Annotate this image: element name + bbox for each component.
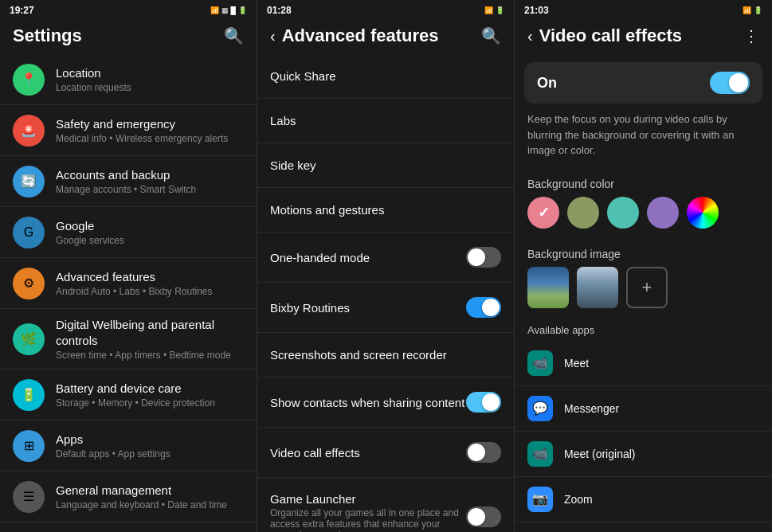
video-call-toggle[interactable] <box>466 442 501 463</box>
toggle-knob <box>729 73 748 92</box>
advanced-header: ‹ Advanced features 🔍 <box>257 19 514 54</box>
app-item-whatsapp[interactable]: 📱 WhatsApp <box>515 522 772 533</box>
safety-icon: 🚨 <box>13 115 45 147</box>
advanced-text: Advanced features Android Auto • Labs • … <box>56 269 244 298</box>
signal-icon: █ <box>231 6 236 14</box>
safety-subtitle: Medical info • Wireless emergency alerts <box>56 133 244 144</box>
advanced-menu-list: Quick Share Labs Side key Motions and ge… <box>257 54 514 532</box>
video-call-panel: 21:03 📶 🔋 ‹ Video call effects ⋮ On Keep… <box>515 0 772 532</box>
apps-subtitle: Default apps • App settings <box>56 448 244 460</box>
menu-item-motions[interactable]: Motions and gestures <box>257 188 514 233</box>
header-left-2: ‹ Advanced features <box>270 25 439 46</box>
more-options-button[interactable]: ⋮ <box>743 26 759 45</box>
accounts-text: Accounts and backup Manage accounts • Sm… <box>56 167 244 196</box>
location-title: Location <box>56 65 244 81</box>
status-bar-2: 01:28 📶 🔋 <box>257 0 514 19</box>
settings-item-general[interactable]: ☰ General management Language and keyboa… <box>0 471 257 522</box>
accounts-subtitle: Manage accounts • Smart Switch <box>56 184 244 195</box>
settings-item-google[interactable]: G Google Google services <box>0 207 257 258</box>
settings-list: 📍 Location Location requests 🚨 Safety an… <box>0 54 257 532</box>
one-handed-toggle-knob <box>468 248 485 266</box>
settings-item-wellbeing[interactable]: 🌿 Digital Wellbeing and parental control… <box>0 309 257 370</box>
accounts-title: Accounts and backup <box>56 167 244 183</box>
settings-item-accessibility[interactable]: ♿ Accessibility TalkBack • Mono audio • … <box>0 522 257 532</box>
back-button-3[interactable]: ‹ <box>527 27 533 45</box>
apps-list: 📹 Meet 💬 Messenger 📹 Meet (original) 📷 Z… <box>515 341 772 533</box>
notification-icon: 📶 <box>210 6 219 14</box>
bixby-toggle[interactable] <box>466 297 501 318</box>
on-label: On <box>537 75 557 92</box>
game-launcher-toggle[interactable] <box>466 507 501 527</box>
back-button-2[interactable]: ‹ <box>270 27 276 45</box>
settings-item-accounts[interactable]: 🔄 Accounts and backup Manage accounts • … <box>0 156 257 207</box>
on-toggle-row: On <box>524 62 762 104</box>
video-call-toggle-knob <box>468 444 485 461</box>
settings-item-safety[interactable]: 🚨 Safety and emergency Medical info • Wi… <box>0 105 257 156</box>
app-item-messenger[interactable]: 💬 Messenger <box>515 386 772 432</box>
signal-icon-3: 📶 <box>743 6 751 14</box>
contacts-toggle[interactable] <box>466 392 501 413</box>
status-icons-2: 📶 🔋 <box>484 6 504 14</box>
search-button[interactable]: 🔍 <box>224 26 244 45</box>
menu-item-video-call[interactable]: Video call effects <box>257 428 514 478</box>
settings-item-apps[interactable]: ⊞ Apps Default apps • App settings <box>0 421 257 471</box>
wellbeing-text: Digital Wellbeing and parental controls … <box>56 317 244 361</box>
motions-label: Motions and gestures <box>270 203 501 217</box>
apps-title: Apps <box>56 432 244 448</box>
header-left-3: ‹ Video call effects <box>527 25 682 46</box>
location-text: Location Location requests <box>56 65 244 94</box>
menu-item-screenshots[interactable]: Screenshots and screen recorder <box>257 333 514 377</box>
menu-item-side-key[interactable]: Side key <box>257 143 514 188</box>
app-item-meet[interactable]: 📹 Meet <box>515 341 772 386</box>
on-toggle[interactable] <box>710 72 750 94</box>
status-icons-1: 📶 ▦ █ 🔋 <box>210 6 247 14</box>
bg-image-1[interactable] <box>527 267 569 308</box>
google-icon: G <box>13 217 45 248</box>
menu-item-labs[interactable]: Labs <box>257 99 514 143</box>
side-key-label: Side key <box>270 158 501 172</box>
color-swatch-swatch-pink[interactable] <box>527 197 559 229</box>
settings-item-advanced[interactable]: ⚙ Advanced features Android Auto • Labs … <box>0 258 257 309</box>
meet-original-name: Meet (original) <box>564 448 635 460</box>
game-launcher-sublabel: Organize all your games all in one place… <box>270 507 466 532</box>
meet-original-icon: 📹 <box>527 441 553 467</box>
color-swatch-swatch-olive[interactable] <box>567 197 599 229</box>
color-swatches <box>515 197 772 240</box>
general-subtitle: Language and keyboard • Date and time <box>56 499 244 510</box>
settings-item-battery[interactable]: 🔋 Battery and device care Storage • Memo… <box>0 370 257 421</box>
game-launcher-toggle-knob <box>468 508 485 526</box>
google-title: Google <box>56 218 244 234</box>
screenshots-label: Screenshots and screen recorder <box>270 348 501 362</box>
search-button-2[interactable]: 🔍 <box>481 26 501 45</box>
location-subtitle: Location requests <box>56 82 244 93</box>
color-swatch-swatch-gradient[interactable] <box>687 197 719 229</box>
battery-text: Battery and device care Storage • Memory… <box>56 381 244 409</box>
color-swatch-swatch-purple[interactable] <box>647 197 679 229</box>
google-text: Google Google services <box>56 218 244 247</box>
wifi-icon-2: 📶 <box>484 6 493 14</box>
safety-title: Safety and emergency <box>56 116 244 132</box>
settings-item-location[interactable]: 📍 Location Location requests <box>0 54 257 105</box>
bg-image-2[interactable] <box>577 267 618 308</box>
menu-item-game-launcher[interactable]: Game Launcher Organize all your games al… <box>257 478 514 532</box>
color-swatch-swatch-teal[interactable] <box>607 197 639 229</box>
wellbeing-icon: 🌿 <box>13 323 45 355</box>
time-3: 21:03 <box>524 5 549 16</box>
apps-icon: ⊞ <box>13 430 45 462</box>
status-bar-3: 21:03 📶 🔋 <box>515 0 772 19</box>
app-item-meet-original[interactable]: 📹 Meet (original) <box>515 432 772 477</box>
meet-name: Meet <box>564 357 589 370</box>
app-item-zoom[interactable]: 📷 Zoom <box>515 477 772 522</box>
menu-item-contacts[interactable]: Show contacts when sharing content <box>257 377 514 428</box>
advanced-features-panel: 01:28 📶 🔋 ‹ Advanced features 🔍 Quick Sh… <box>257 0 515 532</box>
contacts-toggle-knob <box>482 393 500 411</box>
general-icon: ☰ <box>13 481 45 513</box>
menu-item-one-handed[interactable]: One-handed mode <box>257 233 514 283</box>
one-handed-toggle[interactable] <box>466 247 501 268</box>
menu-item-bixby[interactable]: Bixby Routines <box>257 283 514 333</box>
add-bg-image-button[interactable]: + <box>626 267 668 308</box>
menu-item-quick-share[interactable]: Quick Share <box>257 54 514 99</box>
battery-icon: 🔋 <box>238 6 247 14</box>
location-icon: 📍 <box>13 64 45 96</box>
available-apps-label: Available apps <box>515 319 772 341</box>
